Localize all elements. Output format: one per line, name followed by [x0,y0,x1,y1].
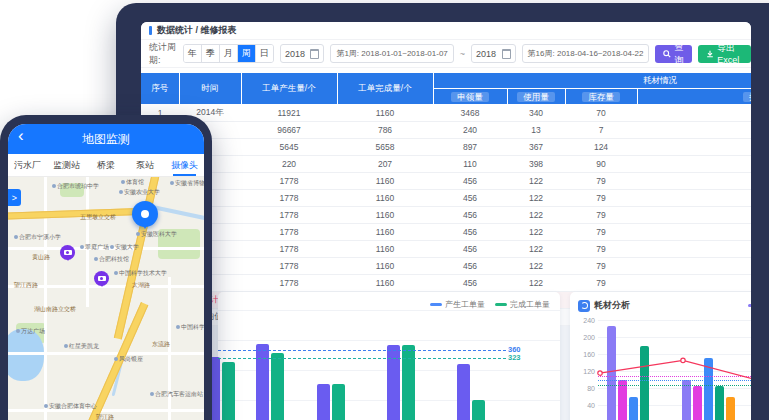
sub-col-pill: 使用量 [517,92,555,102]
y-axis-tick: 160 [583,351,598,358]
table-cell: 67 [637,258,751,275]
range-separator: ~ [460,49,465,59]
poi-dot-icon [150,392,154,396]
start-year-select[interactable]: 2018 [280,44,325,63]
camera-lens-icon [64,250,72,255]
period-seg-周[interactable]: 周 [237,45,255,62]
sub-col-header: 使用量 [507,89,565,105]
map-river [150,205,204,222]
table-cell: 122 [507,275,565,292]
poi-dot-icon [16,329,20,333]
table-cell: 122 [507,241,565,258]
gridline [218,340,560,341]
table-row: 10177811604561227967 [141,258,751,275]
table-cell: 456 [433,258,507,275]
selected-location-pin[interactable] [132,201,158,227]
table-cell: 1160 [337,105,433,122]
poi-dot-icon [121,180,125,184]
map-view[interactable]: > 合肥市琥珀中学体育馆安徽农业大学安徽省博物馆五里墩立交桥合肥市宁溪小学翠庭广… [8,177,204,420]
table-row: 42202071103989019 [141,156,751,173]
table-cell: 1160 [337,173,433,190]
table-cell: 207 [337,156,433,173]
table-cell: 122 [507,224,565,241]
table-cell: 67 [637,190,751,207]
phone-tab-摄像头[interactable]: 摄像头 [165,154,204,176]
table-row: 296667786240137690 [141,122,751,139]
phone-tab-泵站[interactable]: 泵站 [126,154,165,176]
breadcrumb-accent [149,26,152,35]
map-poi-label: 中国科学技术大学 [176,323,204,332]
poi-dot-icon [80,245,84,249]
table-cell: 1160 [337,275,433,292]
table-cell: 122 [507,207,565,224]
map-road-label: 望江西路 [14,281,38,290]
phone-tab-桥梁[interactable]: 桥梁 [86,154,125,176]
camera-pin-icon[interactable] [94,271,109,286]
bar-完成工单量 [271,353,284,420]
bar-完成工单量 [222,362,235,420]
phone-header: ‹ 地图监测 [8,124,204,154]
period-seg-季[interactable]: 季 [201,45,219,62]
table-cell: 1160 [337,241,433,258]
map-poi-label: 中国科学技术大学 [114,269,167,278]
table-row: 12014年119211160346834070250 [141,105,751,122]
pin-core-icon [141,210,149,218]
reference-label: 323 [508,353,521,362]
phone-screen: ‹ 地图监测 污水厂监测站桥梁泵站摄像头 > 合肥市琥珀中学体育馆安徽农业大学安… [8,124,204,420]
workorder-chart-plot: 360323 [218,292,560,420]
map-road [8,352,204,355]
sub-col-header: 申领量 [433,89,507,105]
table-row: 6177811604561227967 [141,190,751,207]
map-road-label: 望江路 [96,413,114,420]
bar-完成工单量 [402,345,415,420]
table-cell: 79 [565,241,637,258]
map-poi-label: 红星美凯龙 [64,342,99,351]
table-cell: 456 [433,224,507,241]
table-cell: 340 [507,105,565,122]
table-cell: 1778 [241,207,337,224]
calendar-icon [310,49,319,59]
download-icon [706,50,714,58]
end-year-select[interactable]: 2018 [471,44,516,63]
table-cell: 67 [637,207,751,224]
map-expand-button[interactable]: > [8,189,21,206]
bar-完成工单量 [332,384,345,420]
report-table: 序号时间工单产生量/个工单完成量/个耗材情况申领量使用量库存量报废量12014年… [141,73,751,326]
poi-dot-icon [64,344,68,348]
analysis-icon [578,300,590,312]
table-cell: 1160 [337,258,433,275]
period-seg-月[interactable]: 月 [219,45,237,62]
back-chevron-icon[interactable]: ‹ [18,126,24,146]
map-poi-label: 安徽合肥体育中心 [44,402,97,411]
map-poi-label: 安徽农业大学 [119,188,160,197]
col-header: 序号 [141,73,179,105]
report-table-wrap: 序号时间工单产生量/个工单完成量/个耗材情况申领量使用量库存量报废量12014年… [141,73,751,326]
phone-tab-污水厂[interactable]: 污水厂 [8,154,47,176]
table-cell: 1160 [337,224,433,241]
poi-dot-icon [110,245,114,249]
phone-tab-监测站[interactable]: 监测站 [47,154,86,176]
table-cell: 67 [637,224,751,241]
camera-pin-icon[interactable] [60,245,75,260]
reference-line [218,358,506,359]
table-cell: 456 [433,241,507,258]
start-year-value: 2018 [285,49,305,59]
period-seg-日[interactable]: 日 [255,45,273,62]
start-week-input[interactable]: 第1周: 2018-01-01~2018-01-07 [330,44,453,63]
map-poi-label: 风尚银座 [114,355,143,364]
bar-产生工单量 [256,344,269,420]
export-excel-button[interactable]: 导出Excel [698,45,751,63]
map-poi-label: 安徽省博物馆 [170,179,204,188]
end-week-input[interactable]: 第16周: 2018-04-16~2018-04-22 [522,44,650,63]
period-seg-年[interactable]: 年 [184,45,201,62]
table-cell: 129 [637,139,751,156]
search-button[interactable]: 查询 [655,45,692,63]
map-road-label: 黄山路 [32,253,50,262]
table-cell: 122 [507,258,565,275]
table-cell: 79 [565,224,637,241]
table-cell: 240 [433,122,507,139]
poi-dot-icon [114,357,118,361]
phone-page-title: 地图监测 [82,131,130,148]
map-road [8,409,204,412]
map-road-label: 东流路 [152,340,170,349]
